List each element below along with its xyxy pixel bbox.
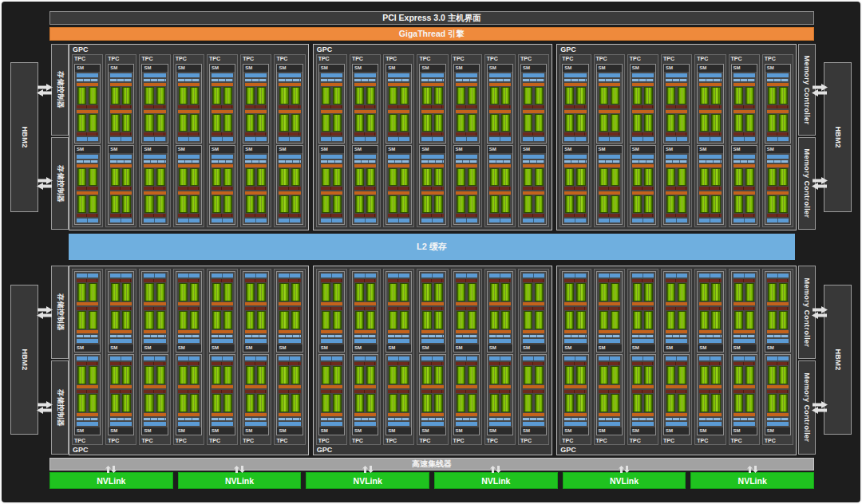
core-column (322, 195, 330, 213)
tpc-label: TPC (74, 55, 101, 62)
compute-block (388, 307, 409, 333)
sm-label: SM (75, 65, 100, 72)
gpc-label: GPC (72, 445, 306, 455)
orange-bar (733, 110, 755, 113)
blue-bar-bottom (733, 356, 755, 360)
maroon-bar (245, 214, 267, 217)
core-array (489, 195, 511, 213)
core-array (178, 311, 200, 329)
tpc-label: TPC (520, 55, 547, 62)
sm-body (353, 153, 378, 224)
maroon-bar (456, 214, 477, 217)
maroon-bar (354, 390, 376, 393)
maroon-bar (321, 132, 342, 136)
core-column (535, 195, 544, 213)
sm-label: SM (488, 146, 512, 153)
sm-label: SM (563, 65, 587, 72)
tpc-row: TPCSMSMTPCSMSMTPCSMSMTPCSMSMTPCSMSMTPCSM… (316, 269, 550, 445)
core-array (321, 168, 342, 186)
core-array (245, 195, 267, 213)
compute-block (321, 279, 342, 305)
maroon-bar (354, 132, 376, 136)
sm-body (277, 272, 302, 345)
blue-bar-thin (599, 335, 620, 337)
blue-bar-top (632, 73, 654, 77)
sm-block: SM (141, 271, 168, 352)
orange-bar (733, 302, 755, 305)
core-array (245, 366, 267, 384)
orange-bar (564, 83, 586, 86)
core-column (734, 394, 743, 412)
maroon-bar (666, 105, 687, 108)
compute-block (733, 191, 755, 217)
core-column (422, 168, 431, 186)
bidirectional-left-right-arrow-icon (36, 84, 53, 96)
compute-block (767, 83, 789, 108)
blue-bar-thin (666, 418, 687, 420)
sm-label: SM (597, 427, 622, 435)
orange-bar (421, 385, 443, 388)
maroon-bar (733, 279, 755, 282)
core-column (565, 366, 574, 384)
sm-block: SM (453, 145, 480, 225)
core-column (212, 366, 221, 384)
maroon-bar (245, 132, 267, 136)
core-array (523, 366, 544, 384)
sm-body (698, 272, 722, 345)
blue-bar-top (388, 73, 409, 77)
blue-bar-top (354, 73, 376, 77)
maroon-bar (767, 132, 789, 136)
sm-block: SM (731, 271, 757, 352)
core-array (110, 195, 132, 213)
core-column (524, 114, 532, 132)
nvlink-label: NVLink (225, 476, 254, 486)
sm-body (109, 153, 133, 224)
core-array (456, 114, 477, 132)
sm-body (386, 272, 411, 345)
core-column (333, 311, 342, 329)
compute-block (144, 362, 165, 388)
tpc-block: TPCSMSM (694, 269, 726, 445)
core-column (212, 311, 221, 329)
compute-block (321, 390, 342, 416)
blue-bar-thin (321, 160, 342, 163)
compute-block (699, 191, 721, 217)
core-column (422, 283, 431, 301)
core-column (279, 87, 288, 104)
compute-block (388, 110, 409, 136)
sm-body (75, 72, 100, 143)
sm-label: SM (210, 146, 235, 153)
maroon-bar (456, 307, 477, 310)
core-array (110, 114, 132, 132)
maroon-bar (523, 132, 544, 136)
sm-block: SM (276, 64, 302, 144)
blue-bar-bottom (632, 137, 654, 141)
compute-block (421, 83, 443, 108)
sm-label: SM (319, 146, 344, 153)
blue-bar-bottom (599, 356, 620, 360)
core-column (700, 114, 709, 132)
orange-bar (632, 110, 654, 113)
sm-label: SM (386, 65, 411, 72)
tpc-block: TPCSMSM (173, 54, 204, 227)
blue-bar-bottom (388, 219, 409, 222)
core-column (779, 311, 788, 329)
blue-bar-bottom (699, 137, 721, 141)
core-array (110, 366, 132, 384)
maroon-bar (110, 307, 132, 310)
core-column (291, 311, 300, 329)
hbm2-label: HBM2 (20, 348, 28, 370)
sm-block: SM (765, 354, 791, 435)
maroon-bar (666, 214, 687, 217)
sm-body (664, 355, 689, 427)
sm-body (563, 153, 587, 224)
sm-label: SM (142, 65, 167, 72)
core-column (490, 168, 499, 186)
tpc-block: TPCSMSM (518, 269, 549, 445)
orange-bar (767, 191, 789, 195)
core-array (632, 168, 654, 186)
tpc-label: TPC (74, 437, 101, 444)
core-column (223, 394, 232, 412)
core-array (388, 195, 409, 213)
core-column (77, 168, 86, 186)
